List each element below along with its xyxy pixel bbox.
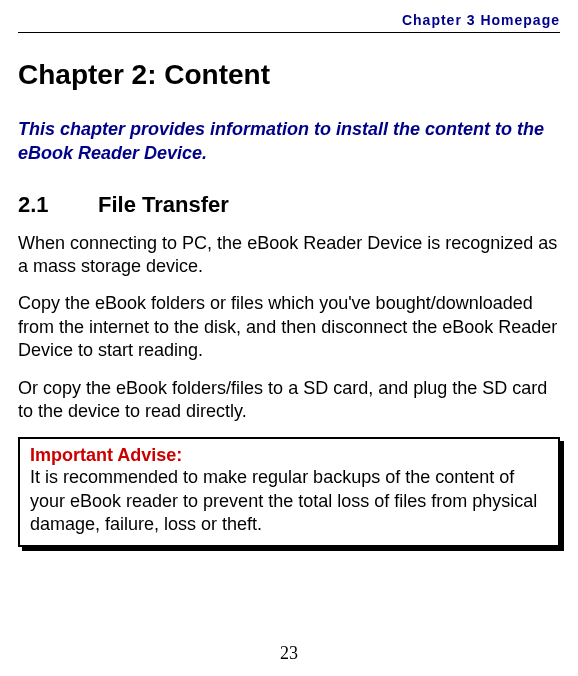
advise-body: It is recommended to make regular backup…: [30, 466, 548, 536]
body-paragraph: Copy the eBook folders or files which yo…: [18, 292, 560, 362]
page-number: 23: [0, 643, 578, 664]
advise-title: Important Advise:: [30, 445, 548, 466]
body-paragraph: Or copy the eBook folders/files to a SD …: [18, 377, 560, 424]
running-title: Chapter 3 Homepage: [402, 12, 560, 28]
chapter-title: Chapter 2: Content: [18, 59, 560, 91]
advise-box: Important Advise: It is recommended to m…: [18, 437, 560, 546]
page-header: Chapter 3 Homepage: [18, 12, 560, 33]
section-title: File Transfer: [98, 192, 229, 217]
section-heading: 2.1File Transfer: [18, 192, 560, 218]
body-paragraph: When connecting to PC, the eBook Reader …: [18, 232, 560, 279]
chapter-intro: This chapter provides information to ins…: [18, 117, 560, 166]
advise-box-content: Important Advise: It is recommended to m…: [18, 437, 560, 546]
section-number: 2.1: [18, 192, 98, 218]
